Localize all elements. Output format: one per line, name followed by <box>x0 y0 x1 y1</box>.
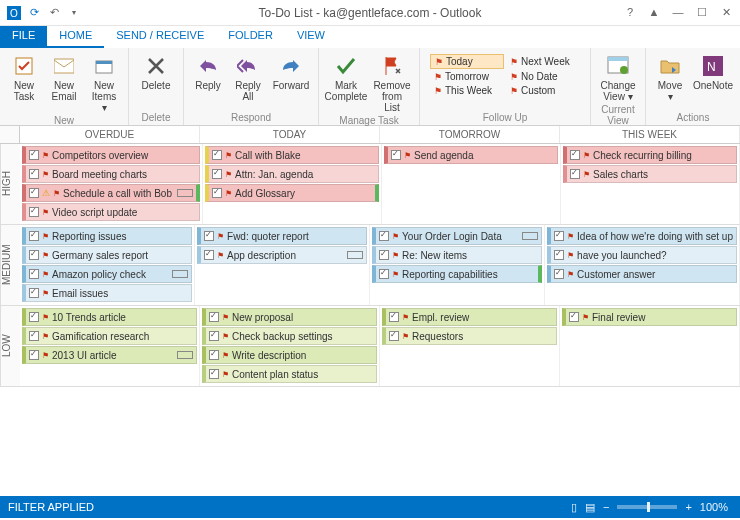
close-button[interactable]: ✕ <box>718 6 734 19</box>
task-card[interactable]: ⚑Fwd: quoter report <box>197 227 367 245</box>
task-card[interactable]: ⚑Reporting capabilities <box>372 265 542 283</box>
qat-dropdown-icon[interactable]: ▾ <box>66 5 82 21</box>
move-button[interactable]: Move ▾ <box>652 52 688 104</box>
followup-today[interactable]: ⚑Today <box>430 54 504 69</box>
cell-medium-tomorrow[interactable]: ⚑Your Order Login Data⚑Re: New items⚑Rep… <box>370 225 545 305</box>
task-card[interactable]: ⚑Attn: Jan. agenda <box>205 165 379 183</box>
change-view-button[interactable]: Change View ▾ <box>597 52 639 104</box>
cell-high-thisweek[interactable]: ⚑Check recurring billing⚑Sales charts <box>561 144 740 224</box>
task-checkbox[interactable] <box>29 312 39 322</box>
view-normal-icon[interactable]: ▤ <box>585 501 595 514</box>
forward-button[interactable]: Forward <box>270 52 312 93</box>
task-checkbox[interactable] <box>29 207 39 217</box>
task-checkbox[interactable] <box>389 312 399 322</box>
task-checkbox[interactable] <box>212 169 222 179</box>
task-checkbox[interactable] <box>379 250 389 260</box>
task-checkbox[interactable] <box>29 269 39 279</box>
task-card[interactable]: ⚑Check recurring billing <box>563 146 737 164</box>
task-card[interactable]: ⚠⚑Schedule a call with Bob <box>22 184 200 202</box>
task-checkbox[interactable] <box>29 169 39 179</box>
task-checkbox[interactable] <box>570 169 580 179</box>
new-task-button[interactable]: New Task <box>6 52 42 104</box>
minimize-button[interactable]: — <box>670 6 686 19</box>
send-receive-icon[interactable]: ⟳ <box>26 5 42 21</box>
cell-high-today[interactable]: ⚑Call with Blake⚑Attn: Jan. agenda⚑Add G… <box>203 144 382 224</box>
task-checkbox[interactable] <box>29 231 39 241</box>
followup-no-date[interactable]: ⚑No Date <box>506 70 580 83</box>
task-checkbox[interactable] <box>29 188 39 198</box>
col-overdue[interactable]: OVERDUE <box>20 126 200 143</box>
followup-custom[interactable]: ⚑Custom <box>506 84 580 97</box>
cell-high-overdue[interactable]: ⚑Competitors overview⚑Board meeting char… <box>20 144 203 224</box>
new-email-button[interactable]: New Email <box>46 52 82 104</box>
maximize-button[interactable]: ☐ <box>694 6 710 19</box>
task-card[interactable]: ⚑Amazon policy check <box>22 265 192 283</box>
task-checkbox[interactable] <box>209 331 219 341</box>
tab-home[interactable]: HOME <box>47 26 104 48</box>
task-checkbox[interactable] <box>389 331 399 341</box>
task-card[interactable]: ⚑Customer answer <box>547 265 737 283</box>
task-card[interactable]: ⚑Email issues <box>22 284 192 302</box>
cell-medium-today[interactable]: ⚑Fwd: quoter report⚑App description <box>195 225 370 305</box>
task-card[interactable]: ⚑Add Glossary <box>205 184 379 202</box>
task-card[interactable]: ⚑10 Trends article <box>22 308 197 326</box>
followup-tomorrow[interactable]: ⚑Tomorrow <box>430 70 504 83</box>
task-card[interactable]: ⚑Content plan status <box>202 365 377 383</box>
task-card[interactable]: ⚑App description <box>197 246 367 264</box>
help-icon[interactable]: ? <box>622 6 638 19</box>
cell-low-overdue[interactable]: ⚑10 Trends article⚑Gamification research… <box>20 306 200 386</box>
onenote-button[interactable]: NOneNote <box>692 52 734 93</box>
task-card[interactable]: ⚑Board meeting charts <box>22 165 200 183</box>
task-card[interactable]: ⚑Sales charts <box>563 165 737 183</box>
task-checkbox[interactable] <box>29 288 39 298</box>
cell-high-tomorrow[interactable]: ⚑Send agenda <box>382 144 561 224</box>
task-checkbox[interactable] <box>29 250 39 260</box>
zoom-slider[interactable] <box>617 505 677 509</box>
task-checkbox[interactable] <box>554 269 564 279</box>
tab-send-receive[interactable]: SEND / RECEIVE <box>104 26 216 48</box>
cell-medium-overdue[interactable]: ⚑Reporting issues⚑Germany sales report⚑A… <box>20 225 195 305</box>
task-checkbox[interactable] <box>209 350 219 360</box>
delete-button[interactable]: Delete <box>135 52 177 93</box>
task-card[interactable]: ⚑Write description <box>202 346 377 364</box>
task-checkbox[interactable] <box>29 350 39 360</box>
cell-low-thisweek[interactable]: ⚑Final review <box>560 306 740 386</box>
task-card[interactable]: ⚑Idea of how we're doing with set up <box>547 227 737 245</box>
task-checkbox[interactable] <box>379 269 389 279</box>
task-card[interactable]: ⚑2013 UI article <box>22 346 197 364</box>
cell-medium-thisweek[interactable]: ⚑Idea of how we're doing with set up⚑hav… <box>545 225 740 305</box>
task-card[interactable]: ⚑Competitors overview <box>22 146 200 164</box>
task-checkbox[interactable] <box>391 150 401 160</box>
task-card[interactable]: ⚑Re: New items <box>372 246 542 264</box>
col-tomorrow[interactable]: TOMORROW <box>380 126 560 143</box>
task-checkbox[interactable] <box>569 312 579 322</box>
task-checkbox[interactable] <box>554 250 564 260</box>
ribbon-toggle-icon[interactable]: ▲ <box>646 6 662 19</box>
task-card[interactable]: ⚑Requestors <box>382 327 557 345</box>
undo-icon[interactable]: ↶ <box>46 5 62 21</box>
task-card[interactable]: ⚑Final review <box>562 308 737 326</box>
task-card[interactable]: ⚑Your Order Login Data <box>372 227 542 245</box>
tab-folder[interactable]: FOLDER <box>216 26 285 48</box>
task-checkbox[interactable] <box>204 231 214 241</box>
task-checkbox[interactable] <box>204 250 214 260</box>
followup-this-week[interactable]: ⚑This Week <box>430 84 504 97</box>
cell-low-today[interactable]: ⚑New proposal⚑Check backup settings⚑Writ… <box>200 306 380 386</box>
followup-next-week[interactable]: ⚑Next Week <box>506 54 580 69</box>
zoom-in-button[interactable]: + <box>685 501 691 513</box>
col-thisweek[interactable]: THIS WEEK <box>560 126 740 143</box>
reply-all-button[interactable]: Reply All <box>230 52 266 104</box>
task-card[interactable]: ⚑Send agenda <box>384 146 558 164</box>
task-checkbox[interactable] <box>379 231 389 241</box>
tab-file[interactable]: FILE <box>0 26 47 48</box>
task-checkbox[interactable] <box>209 369 219 379</box>
cell-low-tomorrow[interactable]: ⚑Empl. review⚑Requestors <box>380 306 560 386</box>
task-card[interactable]: ⚑Video script update <box>22 203 200 221</box>
task-checkbox[interactable] <box>212 150 222 160</box>
reply-button[interactable]: Reply <box>190 52 226 93</box>
new-items-button[interactable]: New Items ▾ <box>86 52 122 115</box>
task-card[interactable]: ⚑Check backup settings <box>202 327 377 345</box>
task-checkbox[interactable] <box>209 312 219 322</box>
task-card[interactable]: ⚑Call with Blake <box>205 146 379 164</box>
task-checkbox[interactable] <box>570 150 580 160</box>
